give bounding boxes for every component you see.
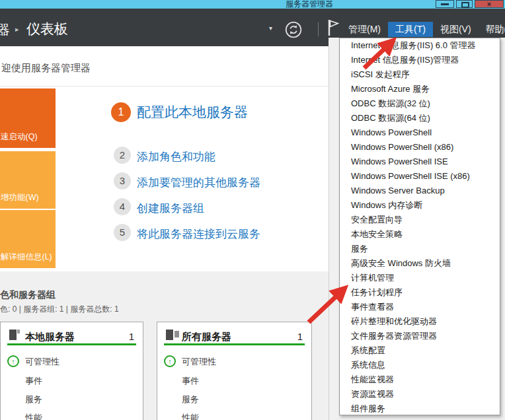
tools-menu-item[interactable]: iSCSI 发起程序: [340, 67, 500, 82]
welcome-step: 4 创建服务器组: [114, 198, 325, 215]
tools-menu-item[interactable]: 高级安全 Windows 防火墙: [340, 256, 500, 271]
step-number-badge: 3: [114, 172, 131, 190]
tools-menu-item[interactable]: Microsoft Azure 服务: [340, 82, 500, 96]
card-status-label: 可管理性: [25, 356, 59, 368]
close-icon: ×: [487, 0, 491, 8]
server-manager-window: 服务器管理器 × 器 ▸ 仪表板 ▾ 管理(M) 工具(T) 视图: [0, 0, 505, 420]
card-status-label: 事件: [182, 375, 199, 387]
menu-bar-item[interactable]: 管理(M): [341, 22, 388, 37]
step-link[interactable]: 将此服务器连接到云服务: [137, 227, 260, 242]
card-status-row[interactable]: 服务: [7, 393, 126, 405]
tools-menu-item[interactable]: 计算机管理: [340, 271, 500, 285]
step-number-badge: 4: [114, 198, 131, 215]
local-server-card: 本地服务器 1 ↑ 可管理性 事件 服务: [0, 322, 143, 420]
chevron-down-icon[interactable]: ▾: [269, 24, 272, 32]
tools-menu-item[interactable]: Windows 内存诊断: [340, 198, 500, 213]
card-status-label: 可管理性: [182, 356, 216, 368]
maximize-button[interactable]: [456, 0, 473, 8]
window-title: 服务器管理器: [263, 0, 356, 9]
quick-start-tile[interactable]: 速启动(Q): [0, 88, 56, 148]
manageability-up-icon: ↑: [164, 355, 176, 367]
refresh-button[interactable]: [285, 21, 302, 38]
card-status-row[interactable]: ↑ 可管理性: [164, 355, 283, 367]
tools-menu-item[interactable]: 服务: [340, 242, 500, 256]
welcome-heading: 迎使用服务器管理器: [1, 62, 91, 75]
tools-dropdown-menu: Internet 信息服务(IIS) 6.0 管理器 Internet 信息服务…: [339, 38, 500, 415]
card-status-label: 性能: [182, 412, 199, 420]
minimize-button[interactable]: [436, 0, 454, 8]
tools-menu-item[interactable]: Internet 信息服务(IIS)管理器: [340, 53, 500, 67]
maximize-icon: [461, 2, 469, 8]
card-status-label: 性能: [25, 412, 42, 420]
tools-menu-item[interactable]: Internet 信息服务(IIS) 6.0 管理器: [340, 38, 500, 53]
quick-start-tile[interactable]: 增功能(W): [0, 151, 56, 209]
step-link[interactable]: 添加角色和功能: [137, 149, 215, 164]
tools-menu-item[interactable]: Windows PowerShell: [340, 125, 500, 140]
red-arrow-computer-management: [309, 290, 343, 322]
card-status-label: 事件: [25, 375, 42, 387]
tools-menu-item[interactable]: 本地安全策略: [340, 227, 500, 242]
breadcrumb-dashboard: 仪表板: [26, 20, 68, 38]
menu-bar: 管理(M) 工具(T) 视图(V) 帮助(H): [341, 22, 505, 37]
notifications-flag-button[interactable]: [327, 18, 339, 37]
welcome-step: 2 添加角色和功能: [114, 147, 325, 164]
step-1-badge: 1: [111, 102, 131, 122]
step-link[interactable]: 添加要管理的其他服务器: [137, 175, 260, 190]
step-link[interactable]: 创建服务器组: [137, 201, 204, 216]
breadcrumb-server-manager[interactable]: 器: [0, 21, 10, 39]
card-status-row[interactable]: 事件: [7, 374, 126, 386]
tools-menu-item[interactable]: 碎片整理和优化驱动器: [340, 314, 500, 329]
tools-menu-item[interactable]: 资源监视器: [340, 387, 500, 402]
tools-menu-item[interactable]: 系统信息: [340, 358, 500, 372]
tools-menu-item[interactable]: ODBC 数据源(64 位): [340, 111, 500, 125]
configure-local-server-link[interactable]: 配置此本地服务器: [137, 103, 248, 122]
card-status-row[interactable]: ↑ 可管理性: [7, 355, 126, 367]
menu-bar-item[interactable]: 视图(V): [433, 22, 479, 37]
tools-menu-item[interactable]: 系统配置: [340, 343, 500, 358]
all-servers-count: 1: [297, 331, 303, 342]
quick-start-tile[interactable]: 解详细信息(L): [0, 210, 56, 268]
chevron-right-icon: ▸: [15, 25, 19, 34]
welcome-separator: [0, 86, 329, 87]
title-bar: 服务器管理器 ×: [0, 0, 505, 9]
close-button[interactable]: ×: [475, 0, 504, 8]
toolbar-separator: [318, 22, 319, 36]
card-status-row[interactable]: 性能: [7, 411, 126, 420]
flag-icon: [327, 18, 339, 37]
tools-menu-item[interactable]: Windows Server Backup: [340, 184, 500, 198]
menu-bar-item[interactable]: 帮助(H): [479, 22, 505, 37]
welcome-step: 3 添加要管理的其他服务器: [114, 172, 325, 190]
all-servers-icon: [166, 330, 180, 341]
refresh-icon: [285, 21, 302, 38]
status-bar-green: [164, 343, 305, 345]
tools-menu-item[interactable]: Windows PowerShell ISE: [340, 155, 500, 169]
card-status-label: 服务: [182, 394, 199, 405]
tools-menu-item[interactable]: 文件服务器资源管理器: [340, 329, 500, 343]
tile-label: 增功能(W): [1, 192, 39, 203]
status-bar-green: [7, 343, 136, 345]
panel-divider: [329, 271, 329, 420]
tools-menu-item[interactable]: Windows PowerShell (x86): [340, 140, 500, 155]
tools-menu-item[interactable]: 安全配置向导: [340, 213, 500, 227]
card-status-row[interactable]: 性能: [164, 411, 283, 420]
all-servers-card: 所有服务器 1 ↑ 可管理性 事件 服务: [157, 322, 312, 420]
tools-menu-item[interactable]: 组件服务: [340, 402, 500, 416]
menu-bar-item[interactable]: 工具(T): [388, 22, 433, 37]
local-server-count: 1: [129, 331, 134, 342]
local-server-icon: [9, 330, 24, 341]
welcome-step: 5 将此服务器连接到云服务: [114, 224, 325, 241]
roles-groups-heading: 色和服务器组: [0, 289, 56, 301]
card-status-row[interactable]: 事件: [164, 374, 283, 386]
tools-menu-item[interactable]: 任务计划程序: [340, 285, 500, 300]
minimize-icon: [441, 3, 449, 5]
tools-menu-item[interactable]: Windows PowerShell ISE (x86): [340, 169, 500, 184]
command-bar-extension: [0, 38, 329, 46]
step-number-badge: 2: [114, 147, 131, 164]
local-server-title[interactable]: 本地服务器: [25, 331, 75, 343]
tools-menu-item[interactable]: 性能监视器: [340, 372, 500, 387]
card-status-row[interactable]: 服务: [164, 393, 283, 405]
tile-label: 速启动(Q): [1, 131, 38, 143]
tools-menu-item[interactable]: 事件查看器: [340, 300, 500, 314]
tools-menu-item[interactable]: ODBC 数据源(32 位): [340, 96, 500, 111]
all-servers-title[interactable]: 所有服务器: [182, 331, 231, 343]
